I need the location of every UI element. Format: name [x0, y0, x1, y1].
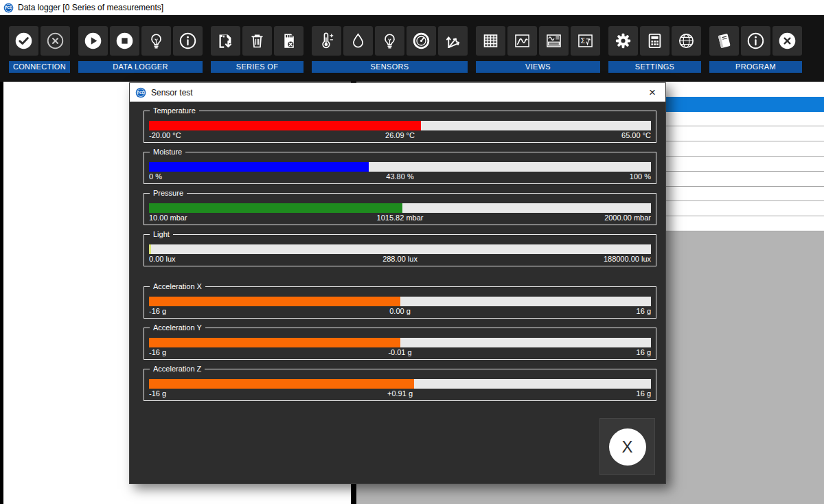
gauge-scale: 0 %43.80 %100 % — [149, 172, 651, 181]
calculation-settings-button[interactable] — [640, 26, 670, 56]
dialog-close-icon[interactable]: × — [646, 87, 659, 98]
gauge-min: -16 g — [149, 307, 317, 315]
gauge-value: +0.91 g — [317, 389, 484, 398]
combined-view-button[interactable] — [539, 26, 569, 56]
gauge-value: 288.00 lux — [317, 255, 484, 263]
gauge-icon — [412, 32, 431, 50]
toolbar-group-label: PROGRAM — [709, 61, 802, 73]
gauge-bar-fill — [149, 338, 400, 347]
start-logging-button[interactable] — [78, 26, 108, 56]
table-view-button[interactable] — [476, 26, 505, 56]
gauge-bar-trough — [149, 379, 651, 389]
sensor-test-dialog: PCE Sensor test × Temperature-20.00 °C26… — [129, 82, 666, 484]
stop-logging-button[interactable] — [110, 26, 139, 56]
gauge-scale: 0.00 lux288.00 lux188000.00 lux — [149, 255, 651, 263]
gauge-bar-trough — [149, 297, 651, 306]
gauge-max: 100 % — [483, 172, 651, 181]
chart-view-button[interactable] — [507, 26, 537, 56]
svg-text:Σ: Σ — [581, 37, 585, 45]
gauge-acceleration-y: Acceleration Y-16 g-0.01 g16 g — [144, 328, 656, 360]
manual-button[interactable] — [709, 26, 739, 56]
temperature-sensor-button[interactable] — [312, 26, 341, 56]
gauge-bar-fill — [149, 162, 369, 172]
gauge-moisture: Moisture0 %43.80 %100 % — [144, 152, 656, 184]
gauge-bar-trough — [149, 338, 651, 347]
info-circle-icon — [179, 32, 197, 50]
check-circle-icon — [14, 32, 33, 50]
gauge-bar-trough — [149, 244, 651, 254]
language-settings-button[interactable] — [672, 26, 701, 56]
about-button[interactable] — [741, 26, 770, 56]
gauge-acceleration-z: Acceleration Z-16 g+0.91 g16 g — [144, 369, 656, 401]
gauge-min: -16 g — [149, 348, 317, 356]
gauge-temperature: Temperature-20.00 °C26.09 °C65.00 °C — [144, 111, 656, 143]
gauge-max: 16 g — [483, 348, 651, 356]
thermometer-icon — [317, 32, 336, 50]
gauge-title: Acceleration Z — [150, 364, 205, 374]
statistics-view-button[interactable]: Σ — [571, 26, 600, 56]
gauge-min: -16 g — [149, 389, 317, 398]
disconnect-button[interactable] — [41, 26, 70, 56]
acceleration-sensor-button[interactable] — [438, 26, 468, 56]
gauge-max: 16 g — [483, 389, 651, 398]
gauge-title: Temperature — [150, 106, 199, 115]
gauge-min: 0 % — [149, 172, 317, 181]
gauge-title: Moisture — [150, 147, 185, 157]
clear-memory-card-button[interactable] — [274, 26, 304, 56]
trash-icon — [248, 32, 266, 50]
light-sensor-button[interactable] — [375, 26, 404, 56]
dialog-logo-icon: PCE — [135, 87, 146, 98]
toolbar-group-program: PROGRAM — [709, 26, 802, 73]
bulb-icon — [147, 32, 165, 50]
toolbar-group-label: SETTINGS — [608, 61, 701, 73]
bulb-icon — [380, 32, 399, 50]
general-settings-button[interactable] — [608, 26, 638, 56]
book-icon — [715, 32, 733, 50]
delete-series-button[interactable] — [242, 26, 272, 56]
sd-card-x-icon — [279, 32, 298, 50]
gauge-bar-trough — [149, 121, 651, 130]
toolbar-group-sensors: SENSORS — [312, 26, 468, 73]
info-circle-icon — [746, 32, 765, 50]
floppy-save-icon — [216, 32, 235, 50]
oscilloscope-icon — [545, 32, 563, 50]
x-circle-icon — [46, 32, 65, 50]
gauge-max: 2000.00 mbar — [483, 214, 651, 222]
axes-arrows-icon — [444, 32, 462, 50]
pressure-sensor-button[interactable] — [407, 26, 436, 56]
logger-info-button[interactable] — [173, 26, 203, 56]
gauge-scale: -16 g0.00 g16 g — [149, 307, 651, 315]
toolbar-group-label: VIEWS — [476, 61, 600, 73]
gauge-min: 0.00 lux — [149, 255, 317, 263]
toolbar-group-label: CONNECTION — [9, 61, 70, 73]
connect-button[interactable] — [9, 26, 38, 56]
save-series-button[interactable] — [211, 26, 240, 56]
toolbar-group-connection: CONNECTION — [9, 26, 70, 73]
gauge-max: 65.00 °C — [483, 131, 651, 139]
gauge-min: -20.00 °C — [149, 131, 317, 139]
exit-button[interactable] — [772, 26, 802, 56]
app-logo-icon: PCE — [3, 3, 14, 13]
dialog-close-button[interactable]: X — [599, 418, 655, 475]
dialog-titlebar: PCE Sensor test × — [130, 83, 665, 102]
gauge-scale: -16 g-0.01 g16 g — [149, 348, 651, 356]
formula-icon: Σ — [576, 32, 595, 50]
svg-text:PCE: PCE — [137, 90, 145, 94]
globe-icon — [677, 32, 696, 50]
gauge-bar-trough — [149, 203, 651, 213]
gauge-max: 16 g — [483, 307, 651, 315]
toolbar: CONNECTIONDATA LOGGERSERIES OFSENSORSΣVI… — [0, 15, 824, 82]
toolbar-group-views: ΣVIEWS — [476, 26, 600, 73]
logger-status-light-button[interactable] — [141, 26, 171, 56]
moisture-sensor-button[interactable] — [343, 26, 373, 56]
gauge-value: 26.09 °C — [317, 131, 484, 139]
window-titlebar: PCE Data logger [0 Series of measurement… — [0, 0, 824, 15]
x-circle-filled-icon — [778, 32, 797, 50]
gauge-list: Temperature-20.00 °C26.09 °C65.00 °CMois… — [130, 111, 665, 401]
gauge-scale: 10.00 mbar1015.82 mbar2000.00 mbar — [149, 214, 651, 222]
window-title: Data logger [0 Series of measurements] — [18, 3, 163, 12]
gauge-light: Light0.00 lux288.00 lux188000.00 lux — [144, 234, 656, 266]
play-circle-icon — [84, 32, 102, 50]
gauge-bar-fill — [149, 121, 421, 130]
toolbar-group-series-of: SERIES OF — [211, 26, 304, 73]
